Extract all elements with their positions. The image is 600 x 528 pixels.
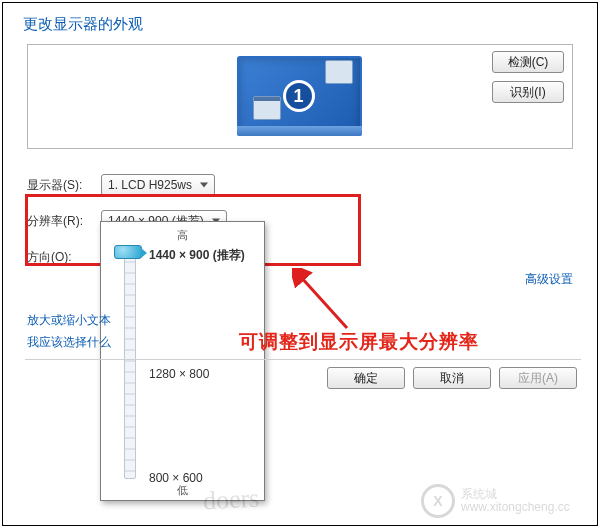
apply-button[interactable]: 应用(A) [499, 367, 577, 389]
display-select[interactable]: 1. LCD H925ws [101, 174, 215, 196]
text-size-link[interactable]: 放大或缩小文本 [27, 309, 111, 331]
cancel-button[interactable]: 取消 [413, 367, 491, 389]
display-label: 显示器(S): [27, 177, 101, 194]
svg-line-0 [300, 276, 347, 328]
watermark-url: www.xitongcheng.cc [461, 501, 570, 514]
resolution-slider-thumb[interactable] [114, 245, 142, 259]
resolution-label: 分辨率(R): [27, 213, 101, 230]
detect-button[interactable]: 检测(C) [492, 51, 564, 73]
resolution-dropdown-popup[interactable]: 高 1440 × 900 (推荐) 1280 × 800 800 × 600 低 [100, 221, 265, 501]
slider-high-label: 高 [101, 228, 264, 243]
monitor-preview-area: 1 检测(C) 识别(I) [27, 44, 573, 149]
monitor-number-badge: 1 [283, 80, 315, 112]
resolution-slider-track[interactable] [124, 249, 136, 479]
resolution-option-low[interactable]: 800 × 600 [149, 471, 259, 485]
annotation-arrow-icon [292, 268, 362, 338]
page-title: 更改显示器的外观 [3, 3, 597, 44]
resolution-option-mid[interactable]: 1280 × 800 [149, 367, 259, 381]
monitor-thumbnail[interactable]: 1 [233, 54, 368, 139]
identify-button[interactable]: 识别(I) [492, 81, 564, 103]
orientation-label: 方向(O): [27, 249, 101, 266]
resolution-option-recommended[interactable]: 1440 × 900 (推荐) [149, 247, 259, 264]
annotation-text: 可调整到显示屏最大分辨率 [239, 329, 479, 355]
advanced-settings-link[interactable]: 高级设置 [525, 271, 573, 288]
which-setting-link[interactable]: 我应该选择什么 [27, 331, 111, 353]
ok-button[interactable]: 确定 [327, 367, 405, 389]
chevron-down-icon [200, 183, 208, 188]
slider-low-label: 低 [101, 483, 264, 498]
brand-watermark: X 系统城 www.xitongcheng.cc [421, 481, 591, 521]
divider [25, 359, 581, 360]
display-select-value: 1. LCD H925ws [108, 178, 192, 192]
